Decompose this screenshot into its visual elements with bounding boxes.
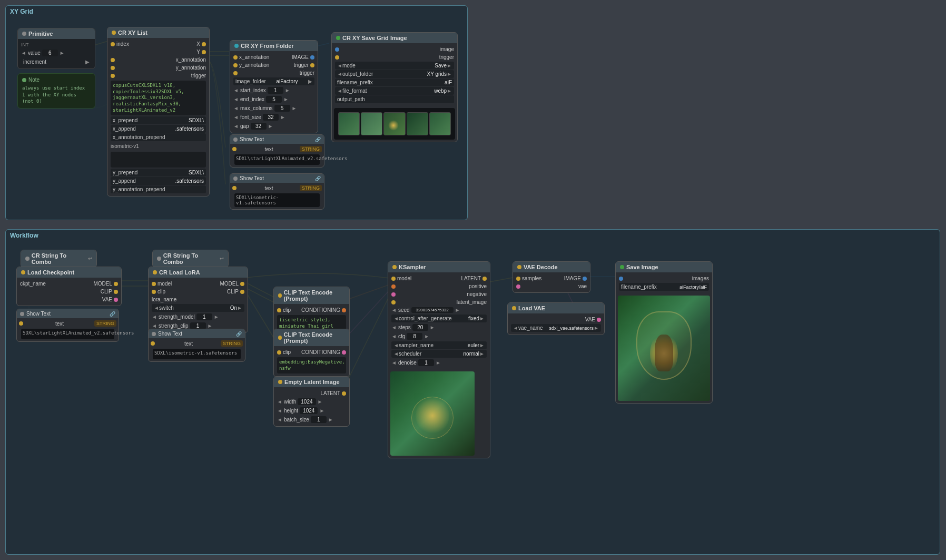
cr-xy-save-mode-row[interactable]: ◄ mode Save ►: [335, 62, 454, 70]
show-text-wf-node[interactable]: Show Text 🔗 text STRING SDXL\starLightXL…: [16, 309, 119, 342]
cr-xy-list-xprepend-row[interactable]: x_prepend SDXL\: [111, 116, 206, 124]
cr-string-combo-1-node[interactable]: CR String To Combo ↩: [21, 250, 97, 268]
ksampler-seed-dec[interactable]: ◄: [391, 307, 397, 313]
ksampler-cfg-inc[interactable]: ►: [424, 333, 429, 339]
load-vae-node[interactable]: Load VAE VAE ◄ vae_name sdxl_vae.safeten…: [507, 302, 605, 335]
cr-xy-folder-maxcols-row[interactable]: ◄ max_columns 5 ►: [233, 104, 314, 113]
cr-xy-from-folder-node[interactable]: CR XY From Folder x_annotation IMAGE y_a…: [230, 40, 318, 133]
cr-load-lora-node[interactable]: CR Load LoRA model MODEL clip CLIP lora_…: [148, 267, 248, 333]
cr-xy-folder-gap-inc[interactable]: ►: [268, 123, 273, 129]
cr-xy-save-mode-dec[interactable]: ◄: [337, 63, 342, 68]
ksampler-seed-inc[interactable]: ►: [455, 307, 460, 313]
cr-xy-save-format-dec[interactable]: ◄: [337, 88, 342, 94]
cr-xy-folder-maxcols-dec[interactable]: ◄: [233, 105, 239, 111]
ksampler-denoise-dec[interactable]: ◄: [391, 360, 397, 366]
cr-xy-folder-endidx-dec[interactable]: ◄: [233, 96, 239, 102]
ksampler-sampler-row[interactable]: ◄ sampler_name euler ►: [391, 341, 487, 349]
cr-load-lora-strmodel-row[interactable]: ◄ strength_model 1 ►: [152, 312, 244, 321]
cr-xy-folder-startidx-dec[interactable]: ◄: [233, 87, 239, 93]
save-image-node[interactable]: Save Image images filename_prefix aiFact…: [615, 261, 713, 404]
empty-latent-batch-val[interactable]: 1: [311, 416, 327, 423]
cr-xy-list-yannprepend-row[interactable]: y_annotation_prepend: [111, 185, 206, 193]
empty-latent-width-row[interactable]: ◄ width 1024 ►: [277, 397, 346, 406]
empty-latent-height-val[interactable]: 1024: [300, 407, 318, 414]
cr-xy-folder-endidx-row[interactable]: ◄ end_index 5 ►: [233, 95, 314, 104]
load-vae-name-inc[interactable]: ►: [594, 325, 599, 331]
ksampler-control-inc[interactable]: ►: [479, 316, 485, 321]
cr-xy-folder-startidx-val[interactable]: 1: [268, 87, 283, 94]
ksampler-steps-row[interactable]: ◄ steps 20 ►: [391, 323, 487, 332]
load-vae-name-dec[interactable]: ◄: [513, 325, 518, 331]
cr-xy-folder-fontsize-row[interactable]: ◄ font_size 32 ►: [233, 113, 314, 122]
cr-xy-save-mode-inc[interactable]: ►: [447, 63, 452, 68]
cr-xy-folder-gap-dec[interactable]: ◄: [233, 123, 239, 129]
ksampler-control-dec[interactable]: ◄: [393, 316, 399, 321]
ksampler-seed-row[interactable]: ◄ seed 32003574575332 ►: [391, 306, 487, 314]
primitive-control-row[interactable]: increment ▶: [21, 58, 92, 66]
show-text-2-node[interactable]: Show Text 🔗 text STRING SDXL\isometric-v…: [230, 173, 324, 210]
ksampler-seed-val[interactable]: 32003574575332: [411, 307, 454, 313]
primitive-node[interactable]: Primitive INT ◄ value 6 ► increment ▶: [17, 28, 95, 69]
cr-xy-save-prefix-row[interactable]: filename_prefix aiF: [335, 78, 454, 86]
cr-xy-folder-imgfolder-row[interactable]: image_folder aiFactory ▶: [233, 77, 314, 85]
cr-load-lora-name-row[interactable]: lora_name: [152, 296, 244, 303]
clip-text-negative-node[interactable]: CLIP Text Encode (Prompt) clip CONDITION…: [273, 329, 350, 377]
cr-xy-folder-fontsize-dec[interactable]: ◄: [233, 114, 239, 120]
primitive-value[interactable]: 6: [42, 50, 58, 56]
load-checkpoint-node[interactable]: Load Checkpoint ckpt_name MODEL CLIP VAE: [16, 267, 122, 306]
ksampler-denoise-row[interactable]: ◄ denoise 1 ►: [391, 358, 487, 367]
primitive-decrease[interactable]: ◄: [21, 50, 26, 56]
cr-xy-folder-gap-row[interactable]: ◄ gap 32 ►: [233, 122, 314, 131]
cr-string-combo-2-node[interactable]: CR String To Combo ↩: [152, 250, 229, 268]
empty-latent-width-inc[interactable]: ►: [318, 399, 323, 405]
cr-xy-folder-fontsize-val[interactable]: 32: [263, 114, 279, 121]
cr-xy-save-outpath-row[interactable]: output_path: [335, 95, 454, 103]
cr-xy-list-yappend-row[interactable]: y_append .safetensors: [111, 177, 206, 185]
empty-latent-width-dec[interactable]: ◄: [277, 399, 282, 405]
cr-xy-list-xappend-row[interactable]: x_append .safetensors: [111, 125, 206, 133]
primitive-value-row[interactable]: ◄ value 6 ►: [21, 48, 92, 57]
cr-xy-list-xannprepend-row[interactable]: x_annotation_prepend: [111, 133, 206, 141]
cr-load-lora-strclip-dec[interactable]: ◄: [152, 323, 157, 329]
cr-xy-save-outfolder-dec[interactable]: ◄: [337, 71, 342, 77]
ksampler-sampler-inc[interactable]: ►: [479, 342, 485, 348]
ksampler-scheduler-inc[interactable]: ►: [479, 351, 485, 357]
cr-xy-folder-maxcols-inc[interactable]: ►: [292, 105, 297, 111]
load-vae-name-row[interactable]: ◄ vae_name sdxl_vae.safetensors ►: [511, 324, 601, 332]
ksampler-node[interactable]: KSampler model LATENT positive negative: [388, 261, 490, 458]
empty-latent-height-dec[interactable]: ◄: [277, 408, 282, 414]
cr-xy-save-grid-node[interactable]: CR XY Save Grid Image image trigger ◄ mo…: [331, 32, 458, 142]
cr-xy-save-format-inc[interactable]: ►: [447, 88, 452, 94]
load-checkpoint-ckpt-row[interactable]: ckpt_name MODEL: [20, 280, 118, 288]
ksampler-cfg-row[interactable]: ◄ cfg 8 ►: [391, 332, 487, 341]
empty-latent-batch-inc[interactable]: ►: [328, 417, 333, 423]
cr-xy-folder-gap-val[interactable]: 32: [251, 123, 267, 130]
ksampler-sampler-dec[interactable]: ◄: [393, 342, 399, 348]
empty-latent-width-val[interactable]: 1024: [298, 398, 316, 405]
ksampler-cfg-dec[interactable]: ◄: [391, 333, 397, 339]
ksampler-scheduler-dec[interactable]: ◄: [393, 351, 399, 357]
empty-latent-node[interactable]: Empty Latent Image LATENT ◄ width 1024 ►…: [273, 376, 350, 427]
empty-latent-batch-row[interactable]: ◄ batch_size 1 ►: [277, 415, 346, 424]
cr-xy-list-yprepend-row[interactable]: y_prepend SDXL\: [111, 169, 206, 176]
ksampler-steps-inc[interactable]: ►: [430, 325, 435, 330]
cr-xy-list-text[interactable]: copusCutsCXLSDXL1 v18, copierToolessix32…: [111, 81, 206, 115]
vae-decode-node[interactable]: VAE Decode samples IMAGE vae: [513, 261, 590, 293]
cr-load-lora-switch-inc[interactable]: ►: [237, 305, 242, 311]
cr-xy-folder-startidx-inc[interactable]: ►: [285, 87, 290, 93]
cr-load-lora-strmodel-inc[interactable]: ►: [214, 314, 219, 320]
show-text-lora-node[interactable]: Show Text 🔗 text STRING SDXL\isometric-v…: [148, 329, 245, 362]
cr-load-lora-strmodel-dec[interactable]: ◄: [152, 314, 157, 320]
cr-xy-folder-endidx-inc[interactable]: ►: [283, 96, 289, 102]
primitive-increase[interactable]: ►: [60, 50, 65, 56]
empty-latent-height-row[interactable]: ◄ height 1024 ►: [277, 406, 346, 415]
cr-xy-folder-startidx-row[interactable]: ◄ start_index 1 ►: [233, 86, 314, 95]
cr-load-lora-switch-dec[interactable]: ◄: [154, 305, 159, 311]
cr-xy-folder-endidx-val[interactable]: 5: [266, 96, 282, 103]
ksampler-cfg-val[interactable]: 8: [407, 333, 422, 340]
clip-text-negative-content[interactable]: embedding:EasyNegative, nsfw: [277, 357, 346, 374]
cr-load-lora-strclip-inc[interactable]: ►: [208, 323, 213, 329]
cr-xy-folder-fontsize-inc[interactable]: ►: [280, 114, 285, 120]
empty-latent-batch-dec[interactable]: ◄: [277, 417, 282, 423]
ksampler-scheduler-row[interactable]: ◄ scheduler normal ►: [391, 350, 487, 358]
